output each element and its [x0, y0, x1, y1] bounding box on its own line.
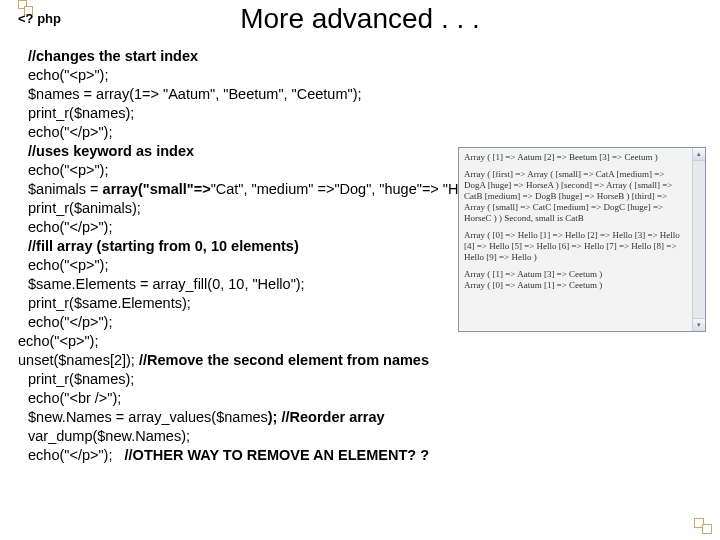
- code-line: $new.Names = array_values($names: [28, 409, 268, 425]
- output-paragraph: Array ( [0] => Hello [1] => Hello [2] =>…: [464, 230, 700, 263]
- code-line: echo("</p>");: [28, 219, 112, 235]
- code-line: print_r($same.Elements);: [28, 295, 191, 311]
- code-line: print_r($names);: [28, 371, 134, 387]
- scroll-down-icon[interactable]: ▾: [693, 318, 705, 331]
- code-line: $same.Elements = array_fill(0, 10, "Hell…: [28, 276, 305, 292]
- code-line: //uses keyword as index: [28, 143, 194, 159]
- scrollbar[interactable]: ▴ ▾: [692, 148, 705, 331]
- php-open-tag: <? php: [18, 11, 61, 26]
- code-line: array("small"=>: [103, 181, 211, 197]
- code-line: echo("</p>");: [28, 447, 125, 463]
- code-line: //changes the start index: [28, 48, 198, 64]
- code-line: $animals =: [28, 181, 103, 197]
- corner-decoration-bottom-right: [688, 516, 716, 536]
- code-line: //OTHER WAY TO REMOVE AN ELEMENT? ?: [125, 447, 430, 463]
- code-line: //fill array (starting from 0, 10 elemen…: [28, 238, 299, 254]
- output-line: Array ( [0] => Aatum [1] => Ceetum ): [464, 280, 602, 290]
- code-line: $names = array(1=> "Aatum", "Beetum", "C…: [28, 86, 362, 102]
- code-line: echo("<p>");: [28, 67, 108, 83]
- code-line: ); //Reorder array: [268, 409, 385, 425]
- code-line: unset($names[2]);: [18, 352, 139, 368]
- code-line: var_dump($new.Names);: [28, 428, 190, 444]
- code-line: print_r($names);: [28, 105, 134, 121]
- code-line: echo("<br />");: [28, 390, 121, 406]
- code-line: //Remove the second element from names: [139, 352, 429, 368]
- browser-output-panel: Array ( [1] => Aatum [2] => Beetum [3] =…: [458, 147, 706, 332]
- code-line: echo("<p>");: [28, 257, 108, 273]
- scroll-up-icon[interactable]: ▴: [693, 148, 705, 161]
- code-line: print_r($animals);: [28, 200, 141, 216]
- output-paragraph: Array ( [1] => Aatum [2] => Beetum [3] =…: [464, 152, 700, 163]
- output-line: Array ( [1] => Aatum [3] => Ceetum ): [464, 269, 602, 279]
- code-line: echo("<p>");: [18, 333, 98, 349]
- code-line: echo("</p>");: [28, 124, 112, 140]
- code-line: echo("<p>");: [28, 162, 108, 178]
- output-paragraph: Array ( [first] => Array ( [small] => Ca…: [464, 169, 700, 224]
- output-paragraph: Array ( [1] => Aatum [3] => Ceetum ) Arr…: [464, 269, 700, 291]
- code-block: //changes the start index echo("<p>"); $…: [18, 28, 501, 465]
- code-line: echo("</p>");: [28, 314, 112, 330]
